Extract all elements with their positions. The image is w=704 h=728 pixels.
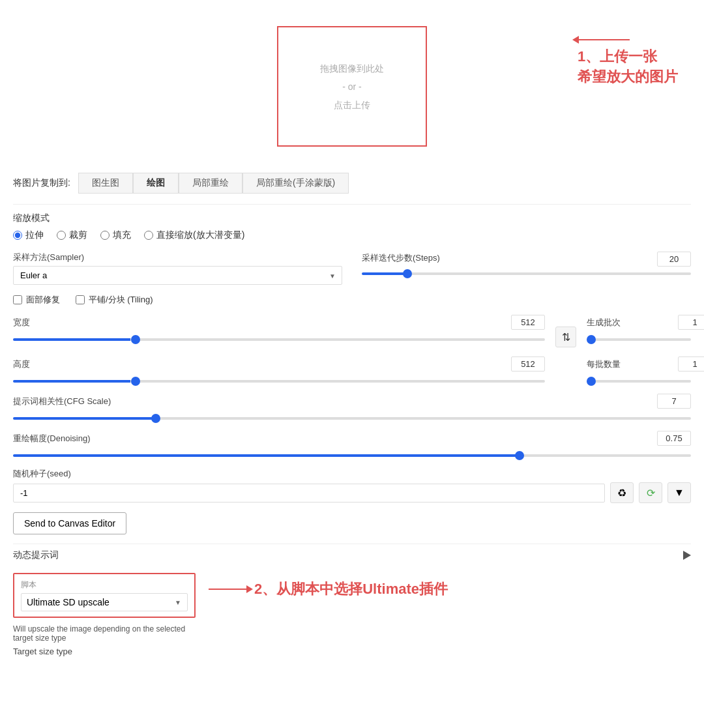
face-restore-label: 面部修复 <box>26 294 60 306</box>
denoising-value: 0.75 <box>657 431 691 446</box>
seed-section: 随机种子(seed) ♻ ⟳ ▼ <box>13 468 691 503</box>
script-col: 脚本 None Ultimate SD upscale X/Y/Z plot P… <box>13 573 196 656</box>
swap-wh-button[interactable]: ⇅ <box>555 327 576 347</box>
batch-size-label: 每批数量 <box>587 358 671 370</box>
denoising-slider[interactable] <box>13 454 691 457</box>
annotation-1: 1、上传一张 希望放大的图片 <box>578 39 678 87</box>
checkbox-row: 面部修复 平铺/分块 (Tiling) <box>13 294 691 306</box>
seed-label: 随机种子(seed) <box>13 468 691 480</box>
arrow-left-icon <box>578 39 630 40</box>
script-section: 脚本 None Ultimate SD upscale X/Y/Z plot P… <box>13 573 196 618</box>
sampler-select[interactable]: Euler a Euler LMS Heun DPM2 DPM++ 2M Kar… <box>13 266 342 285</box>
script-select[interactable]: None Ultimate SD upscale X/Y/Z plot Prom… <box>21 593 188 611</box>
upload-dropzone[interactable]: 拖拽图像到此处 - or - 点击上传 <box>277 26 427 147</box>
tiling-checkbox[interactable]: 平铺/分块 (Tiling) <box>76 294 153 306</box>
batch-count-value: 1 <box>678 315 704 330</box>
arrow-right-icon <box>209 589 248 590</box>
height-label: 高度 <box>13 358 98 370</box>
height-col: 高度 512 <box>13 357 545 385</box>
script-select-wrap: None Ultimate SD upscale X/Y/Z plot Prom… <box>21 593 188 611</box>
denoising-label: 重绘幅度(Denoising) <box>13 433 98 444</box>
width-batchcount-row: 宽度 512 ⇅ 生成批次 1 <box>13 315 691 347</box>
height-batchsize-row: 高度 512 每批数量 1 <box>13 357 691 385</box>
cfg-scale-value: 7 <box>657 394 691 409</box>
refresh-icon: ⟳ <box>647 487 655 499</box>
arrow-right-container: 2、从脚本中选择Ultimate插件 <box>209 579 448 599</box>
batch-size-col: 每批数量 1 <box>587 357 691 385</box>
steps-value: 20 <box>657 252 691 267</box>
batch-size-value: 1 <box>678 357 704 371</box>
height-value: 512 <box>511 357 545 371</box>
tiling-label: 平铺/分块 (Tiling) <box>89 294 153 306</box>
scale-mode-section: 缩放模式 拉伸 裁剪 填充 直接缩放(放大潜变量) <box>13 212 691 241</box>
radio-crop[interactable]: 裁剪 <box>57 229 87 241</box>
batch-size-slider[interactable] <box>587 380 691 383</box>
batch-count-slider[interactable] <box>587 338 691 341</box>
steps-col: 采样迭代步数(Steps) 20 <box>362 252 691 285</box>
copy-label: 将图片复制到: <box>13 177 70 189</box>
click-upload-text: 点击上传 <box>334 96 370 114</box>
width-col: 宽度 512 <box>13 315 545 343</box>
width-label: 宽度 <box>13 317 98 328</box>
radio-stretch-label: 拉伸 <box>25 229 44 241</box>
annotation-2-arrow: 2、从脚本中选择Ultimate插件 <box>209 573 448 599</box>
seed-dropdown-button[interactable]: ▼ <box>667 482 691 503</box>
face-restore-checkbox[interactable]: 面部修复 <box>13 294 60 306</box>
copy-btn-img2img[interactable]: 图生图 <box>78 173 133 194</box>
dynamic-prompts-label: 动态提示词 <box>13 549 59 561</box>
copy-btn-draw[interactable]: 绘图 <box>133 173 179 194</box>
steps-label: 采样迭代步数(Steps) <box>362 252 651 264</box>
cfg-scale-label: 提示词相关性(CFG Scale) <box>13 396 111 407</box>
annotation-2-text: 2、从脚本中选择Ultimate插件 <box>254 579 448 599</box>
radio-fill[interactable]: 填充 <box>100 229 131 241</box>
copy-btn-inpaint-sketch[interactable]: 局部重绘(手涂蒙版) <box>242 173 349 194</box>
seed-refresh-button[interactable]: ⟳ <box>639 482 662 503</box>
steps-slider[interactable] <box>362 272 691 275</box>
script-description: Will upscale the image depending on the … <box>13 624 196 643</box>
copy-section: 将图片复制到: 图生图 绘图 局部重绘 局部重绘(手涂蒙版) <box>13 173 691 194</box>
annotation-1-text: 1、上传一张 希望放大的图片 <box>578 47 678 87</box>
height-slider[interactable] <box>13 380 545 383</box>
upload-section: 拖拽图像到此处 - or - 点击上传 1、上传一张 希望放大的图片 <box>13 13 691 166</box>
seed-row: ♻ ⟳ ▼ <box>13 482 691 503</box>
sampler-steps-row: 采样方法(Sampler) Euler a Euler LMS Heun DPM… <box>13 252 691 285</box>
cfg-scale-slider[interactable] <box>13 417 691 420</box>
dynamic-prompts-row: 动态提示词 <box>13 544 691 566</box>
denoising-section: 重绘幅度(Denoising) 0.75 <box>13 431 691 459</box>
scale-mode-radio-group: 拉伸 裁剪 填充 直接缩放(放大潜变量) <box>13 229 691 241</box>
sampler-select-wrap: Euler a Euler LMS Heun DPM2 DPM++ 2M Kar… <box>13 266 342 285</box>
dynamic-prompts-toggle[interactable] <box>683 551 691 560</box>
scale-mode-label: 缩放模式 <box>13 212 691 224</box>
send-to-canvas-button[interactable]: Send to Canvas Editor <box>13 512 126 534</box>
radio-direct-scale-label: 直接缩放(放大潜变量) <box>156 229 244 241</box>
dropdown-icon: ▼ <box>674 487 684 499</box>
cfg-scale-section: 提示词相关性(CFG Scale) 7 <box>13 394 691 422</box>
copy-btn-inpaint[interactable]: 局部重绘 <box>179 173 242 194</box>
batch-count-col: 生成批次 1 <box>587 315 691 343</box>
radio-crop-label: 裁剪 <box>69 229 87 241</box>
batch-count-label: 生成批次 <box>587 317 671 328</box>
radio-stretch[interactable]: 拉伸 <box>13 229 44 241</box>
seed-input[interactable] <box>13 484 605 502</box>
width-slider[interactable] <box>13 338 545 341</box>
sampler-col: 采样方法(Sampler) Euler a Euler LMS Heun DPM… <box>13 252 342 285</box>
or-text: - or - <box>342 78 362 96</box>
bottom-section: 脚本 None Ultimate SD upscale X/Y/Z plot P… <box>13 573 691 656</box>
radio-fill-label: 填充 <box>113 229 131 241</box>
drag-text: 拖拽图像到此处 <box>320 59 384 78</box>
recycle-icon: ♻ <box>617 487 626 499</box>
swap-icon: ⇅ <box>562 331 570 343</box>
width-value: 512 <box>511 315 545 330</box>
seed-recycle-button[interactable]: ♻ <box>610 482 634 503</box>
sampler-label: 采样方法(Sampler) <box>13 252 342 263</box>
script-label: 脚本 <box>21 579 188 590</box>
target-size-label: Target size type <box>13 647 196 656</box>
radio-direct-scale[interactable]: 直接缩放(放大潜变量) <box>144 229 244 241</box>
